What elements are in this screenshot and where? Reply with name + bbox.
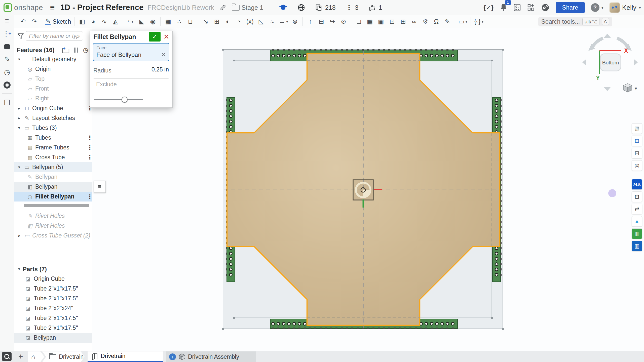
plate-tool[interactable]: ▦ [164, 18, 172, 25]
filter-icon[interactable] [17, 33, 24, 40]
boolean-tool[interactable]: ◐ [223, 18, 232, 25]
chevron-icon[interactable]: ▾ [16, 165, 23, 170]
delete-part-tool[interactable]: ⊗ [291, 18, 299, 25]
material-library-icon[interactable]: ▧ [632, 123, 642, 134]
export-part-tool[interactable]: ↑ [306, 18, 315, 25]
belt-tool[interactable]: ∞ [410, 18, 419, 25]
part-item-tube-2-x1-x17-5[interactable]: ◪Tube 2"x1"x17.5" [14, 284, 92, 294]
kebab-menu-icon[interactable]: ⋮ [87, 144, 93, 151]
face-selection-field[interactable]: Face Face of Bellypan ✕ [93, 43, 169, 61]
marker-tool[interactable]: ✎ [443, 18, 452, 25]
tasks-icon[interactable]: ▤ [0, 96, 14, 108]
main-menu-icon[interactable]: ≡ [50, 3, 55, 12]
custom-feature-tool[interactable]: {▫}▾ [474, 18, 483, 25]
tree-item-front[interactable]: ▱Front [14, 84, 92, 94]
tree-item-rivet-holes[interactable]: ✎Rivet Holes [14, 211, 92, 221]
feature-list-menu-button[interactable]: ≡ [94, 181, 106, 193]
versions-icon[interactable]: ⋮ [346, 4, 353, 12]
part-item-origin-cube[interactable]: ◪Origin Cube [14, 274, 92, 284]
search-tabs-button[interactable] [2, 352, 12, 361]
delete-face-tool[interactable]: ⊘ [339, 18, 348, 25]
new-folder-icon[interactable] [62, 47, 69, 53]
mkcad-icon[interactable]: MK [632, 179, 642, 190]
rollback-bar[interactable] [24, 204, 89, 207]
undo-tool[interactable]: ↶ [19, 18, 27, 25]
share-button[interactable]: Share [556, 2, 585, 13]
gear-tool[interactable]: ⚙ [421, 18, 430, 25]
tree-item-cross-tube-gusset-2[interactable]: ▸▭Cross Tube Gusset (2) [14, 231, 92, 240]
chevron-icon[interactable]: ▸ [16, 233, 23, 238]
view-cube-menu[interactable]: ▾ [623, 84, 637, 92]
tree-item-fillet-bellypan[interactable]: ◶Fillet Bellypan⋮ [14, 192, 92, 202]
fillet-tool[interactable]: ◜▾ [126, 18, 135, 25]
tree-item-bellypan-5[interactable]: ▾▭Bellypan (5) [14, 162, 92, 172]
part-item-tube-2-x2-x24[interactable]: ◪Tube 2"x2"x24" [14, 303, 92, 313]
likes-icon[interactable] [369, 4, 376, 11]
part-pattern-tool[interactable]: ⊞ [212, 18, 221, 25]
chevron-down-icon[interactable]: ▾ [131, 19, 133, 24]
box-tube-tool[interactable]: ▣ [377, 18, 385, 25]
part-item-bellypan[interactable]: ◪Bellypan [14, 333, 92, 343]
slider-track[interactable] [94, 99, 143, 100]
parts-header-row[interactable]: ▾ Parts (7) [14, 264, 92, 274]
copies-icon[interactable] [315, 4, 323, 11]
copy-link-button[interactable] [220, 4, 226, 11]
chevron-down-icon[interactable]: ▾ [16, 267, 23, 271]
view-navigation[interactable]: Bottom X Y ▾ [582, 34, 638, 92]
filter-input[interactable] [26, 31, 83, 41]
circular-pattern-tool[interactable]: ◔ [235, 18, 243, 25]
tree-item-tubes[interactable]: ▦Tubes⋮ [14, 133, 92, 143]
radius-input[interactable]: 0.25 in [118, 66, 169, 74]
featurescript-check-icon[interactable]: {✓} [483, 4, 494, 11]
clear-selection-icon[interactable]: ✕ [161, 52, 166, 58]
name-part-tool[interactable]: ▭▾ [459, 18, 467, 25]
tree-item-tubes-3[interactable]: ▾▭Tubes (3) [14, 123, 92, 133]
tree-item-origin[interactable]: ◎Origin [14, 64, 92, 74]
chevron-down-icon[interactable]: ▾ [286, 19, 288, 24]
document-title[interactable]: 1D - Project Reference [60, 3, 143, 12]
robot-intake-tool[interactable]: ⊡ [388, 18, 396, 25]
azure-sync-icon[interactable]: ▲ [632, 216, 642, 227]
chamfer-tool[interactable]: ◣ [137, 18, 146, 25]
split-tool[interactable]: ≈ [268, 18, 276, 25]
user-menu[interactable]: Kelly ▾ [610, 3, 641, 13]
tensioner-tool[interactable]: Ω [432, 18, 441, 25]
sweep-tool[interactable]: ∿ [100, 18, 108, 25]
part-item-tube-2-x1-x17-5[interactable]: ◪Tube 2"x1"x17.5" [14, 313, 92, 323]
breadcrumb[interactable]: Drivetrain [42, 351, 85, 362]
tree-item-bellypan[interactable]: ✎Bellypan [14, 172, 92, 182]
release-tasks-icon[interactable] [513, 4, 521, 12]
release-notes-icon[interactable]: ✎ [0, 54, 14, 65]
onshape-help-icon[interactable] [0, 79, 14, 91]
sphere-pattern-tool[interactable]: ∴ [175, 18, 183, 25]
opacity-slider[interactable] [93, 96, 169, 103]
performance-icon[interactable]: ◷ [0, 66, 14, 78]
chevron-icon[interactable]: ▾ [16, 57, 23, 62]
tree-item-bellypan[interactable]: ◧Bellypan [14, 182, 92, 192]
documentation-icon[interactable]: ▥ [632, 241, 642, 251]
version-history-icon[interactable]: ≡ [0, 15, 14, 27]
home-tab[interactable]: ⌂ [28, 351, 44, 362]
transform-tool[interactable]: ↔▾ [279, 18, 288, 25]
tree-item-right[interactable]: ▱Right [14, 94, 92, 103]
robot-features-icon[interactable]: ⊡ [632, 191, 642, 202]
graphics-viewport[interactable]: Bottom X Y ▾ [92, 28, 644, 351]
help-menu[interactable]: ? ▾ [591, 3, 604, 12]
chevron-icon[interactable]: ▸ [16, 116, 23, 120]
kebab-menu-icon[interactable]: ⋮ [87, 154, 93, 161]
gusset-tool[interactable]: ◺ [257, 18, 265, 25]
suppress-pause-icon[interactable] [74, 48, 78, 53]
add-tab-button[interactable]: + [16, 351, 26, 362]
unfold-tool[interactable]: ↪ [328, 18, 337, 25]
custom-tables-icon[interactable]: ⊟ [632, 148, 642, 158]
derived-tool[interactable]: ↘ [201, 18, 210, 25]
redo-tool[interactable]: ↷ [30, 18, 39, 25]
app-store-icon[interactable] [527, 4, 535, 12]
chevron-down-icon[interactable]: ▾ [482, 19, 484, 24]
chevron-icon[interactable]: ▸ [16, 106, 23, 111]
revolve-tool[interactable]: ◕ [89, 18, 97, 25]
update-available-icon[interactable]: ↓ [169, 353, 176, 360]
part-item-tube-2-x1-x17-5[interactable]: ◪Tube 2"x1"x17.5" [14, 294, 92, 303]
chevron-down-icon[interactable]: ▾ [465, 19, 467, 24]
stage-folder[interactable]: Stage 1 [232, 4, 263, 11]
